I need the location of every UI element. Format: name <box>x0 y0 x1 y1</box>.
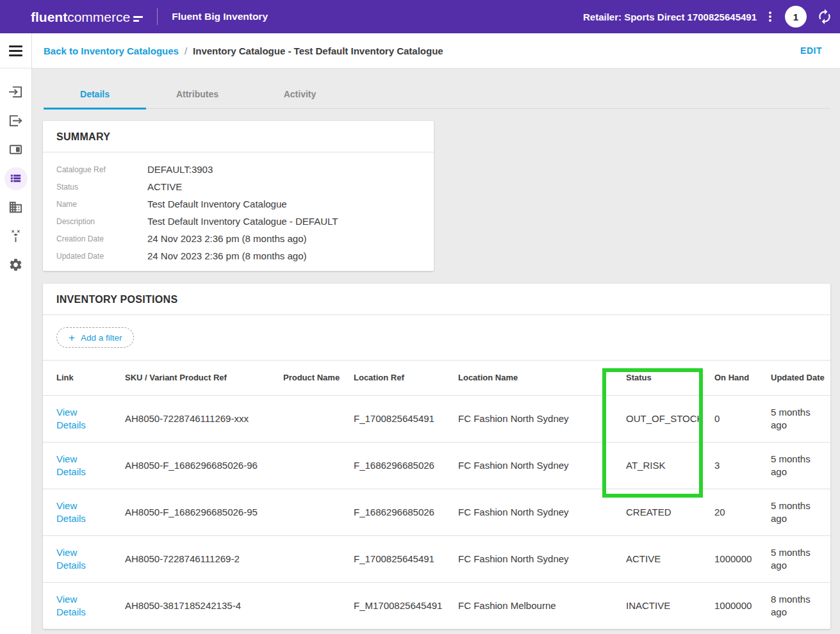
location-ref-cell: F_1686296685026 <box>354 489 458 535</box>
filter-area: Add a filter <box>43 315 830 361</box>
sku-cell: AH8050-F_1686296685026-96 <box>125 442 283 489</box>
product-name-cell <box>283 489 354 535</box>
column-header-status: Status <box>626 361 714 395</box>
fluent-logo-mark-icon <box>133 16 143 22</box>
view-details-link[interactable]: View Details <box>56 453 94 478</box>
field-label: Status <box>56 183 147 191</box>
tab-bar: Details Attributes Activity <box>44 81 830 109</box>
field-value: Test Default Inventory Catalogue - DEFAU… <box>147 216 338 227</box>
sku-cell: AH8050-F_1686296685026-95 <box>125 489 283 535</box>
updated-date-cell: 5 months ago <box>771 453 822 478</box>
table-header-row: Link SKU / Variant Product Ref Product N… <box>43 361 830 395</box>
location-name-cell: FC Fashion North Sydney <box>458 442 626 489</box>
field-label: Updated Date <box>56 252 147 261</box>
sidebar-item-sign-in[interactable] <box>0 77 32 106</box>
summary-title: SUMMARY <box>43 121 434 152</box>
view-details-link[interactable]: View Details <box>56 546 94 572</box>
location-name-cell: FC Fashion North Sydney <box>458 535 626 582</box>
updated-date-cell: 5 months ago <box>771 546 822 572</box>
table-row: View Details AH8050-7228746111269-xxx F_… <box>43 395 830 442</box>
hamburger-menu-icon[interactable] <box>0 33 31 69</box>
table-row: View Details AH8050-7228746111269-2 F_17… <box>43 535 830 582</box>
tab-details[interactable]: Details <box>44 81 146 110</box>
summary-field-creation-date: Creation Date 24 Nov 2023 2:36 pm (8 mon… <box>56 230 420 247</box>
updated-date-cell: 5 months ago <box>771 406 822 432</box>
list-icon <box>8 171 23 186</box>
add-filter-button[interactable]: Add a filter <box>56 327 134 348</box>
breadcrumb: Back to Inventory Catalogues / Inventory… <box>32 33 840 69</box>
notification-count-badge[interactable]: 1 <box>785 6 807 28</box>
main-content: Details Attributes Activity SUMMARY Cata… <box>32 69 840 634</box>
column-header-product-name: Product Name <box>283 361 354 395</box>
field-value: ACTIVE <box>147 181 182 192</box>
magic-wand-icon <box>8 229 23 243</box>
sync-icon[interactable] <box>816 8 834 26</box>
sidebar-item-inventory-list[interactable] <box>0 164 32 193</box>
inventory-positions-table: Link SKU / Variant Product Ref Product N… <box>43 361 830 629</box>
add-filter-label: Add a filter <box>81 333 122 343</box>
on-hand-cell: 0 <box>714 395 771 442</box>
sku-cell: AH8050-7228746111269-2 <box>125 535 283 582</box>
logo-text-regular: commerce <box>67 10 130 24</box>
column-header-link: Link <box>43 361 125 395</box>
updated-date-cell: 8 months ago <box>771 593 822 619</box>
sign-in-icon <box>8 85 23 99</box>
left-sidebar <box>0 33 32 634</box>
on-hand-cell: 1000000 <box>714 582 771 629</box>
sku-cell: AH8050-7228746111269-xxx <box>125 395 283 442</box>
status-cell: OUT_OF_STOCK <box>626 395 714 442</box>
updated-date-cell: 5 months ago <box>771 500 822 525</box>
sidebar-item-card-panel[interactable] <box>0 135 32 164</box>
status-cell: INACTIVE <box>626 582 714 629</box>
field-label: Creation Date <box>56 234 147 243</box>
table-row: View Details AH8050-F_1686296685026-95 F… <box>43 489 830 535</box>
tab-attributes[interactable]: Attributes <box>146 81 249 110</box>
view-details-link[interactable]: View Details <box>56 406 94 432</box>
summary-card: SUMMARY Catalogue Ref DEFAULT:3903 Statu… <box>43 121 434 271</box>
product-name-cell <box>283 535 354 582</box>
sidebar-item-organization[interactable] <box>0 193 32 222</box>
tab-activity[interactable]: Activity <box>249 81 351 110</box>
header-divider <box>157 8 158 25</box>
view-details-link[interactable]: View Details <box>56 593 94 619</box>
field-value: 24 Nov 2023 2:36 pm (8 months ago) <box>147 233 306 244</box>
app-header: fluentcommerce Fluent Big Inventory Reta… <box>0 0 840 33</box>
location-name-cell: FC Fashion North Sydney <box>458 489 626 535</box>
kebab-menu-icon[interactable] <box>763 8 777 25</box>
plus-icon <box>69 332 75 343</box>
summary-field-status: Status ACTIVE <box>56 178 420 195</box>
column-header-on-hand: On Hand <box>714 361 771 395</box>
column-header-sku: SKU / Variant Product Ref <box>125 361 283 395</box>
summary-field-name: Name Test Default Inventory Catalogue <box>56 195 420 213</box>
breadcrumb-separator: / <box>185 45 187 56</box>
location-ref-cell: F_M1700825645491 <box>354 582 458 629</box>
breadcrumb-current: Inventory Catalogue - Test Default Inven… <box>193 45 443 56</box>
logo-text-bold: fluent <box>31 10 67 24</box>
field-label: Description <box>56 217 147 226</box>
back-to-catalogues-link[interactable]: Back to Inventory Catalogues <box>44 45 179 56</box>
location-ref-cell: F_1700825645491 <box>354 535 458 582</box>
view-details-link[interactable]: View Details <box>56 500 94 525</box>
summary-fields: Catalogue Ref DEFAULT:3903 Status ACTIVE… <box>43 152 434 271</box>
edit-button[interactable]: EDIT <box>800 45 822 56</box>
field-value: 24 Nov 2023 2:36 pm (8 months ago) <box>147 250 306 261</box>
product-name-cell <box>283 395 354 442</box>
sidebar-item-magic-filter[interactable] <box>0 222 32 250</box>
summary-field-description: Description Test Default Inventory Catal… <box>56 213 420 230</box>
sidebar-item-sign-out[interactable] <box>0 106 32 135</box>
sku-cell: AH8050-3817185242135-4 <box>125 582 283 629</box>
app-title: Fluent Big Inventory <box>172 11 268 22</box>
summary-field-catalogue-ref: Catalogue Ref DEFAULT:3903 <box>56 161 420 178</box>
sidebar-item-settings[interactable] <box>0 250 32 279</box>
field-value: DEFAULT:3903 <box>147 164 213 175</box>
column-header-location-name: Location Name <box>458 361 626 395</box>
organization-icon <box>8 200 23 215</box>
status-cell: AT_RISK <box>626 442 714 489</box>
location-ref-cell: F_1700825645491 <box>354 395 458 442</box>
summary-field-updated-date: Updated Date 24 Nov 2023 2:36 pm (8 mont… <box>56 247 420 264</box>
settings-gear-icon <box>8 257 23 272</box>
field-label: Catalogue Ref <box>56 165 147 174</box>
retailer-label: Retailer: Sports Direct 1700825645491 <box>583 12 757 22</box>
status-cell: CREATED <box>626 489 714 535</box>
table-row: View Details AH8050-3817185242135-4 F_M1… <box>43 582 830 629</box>
